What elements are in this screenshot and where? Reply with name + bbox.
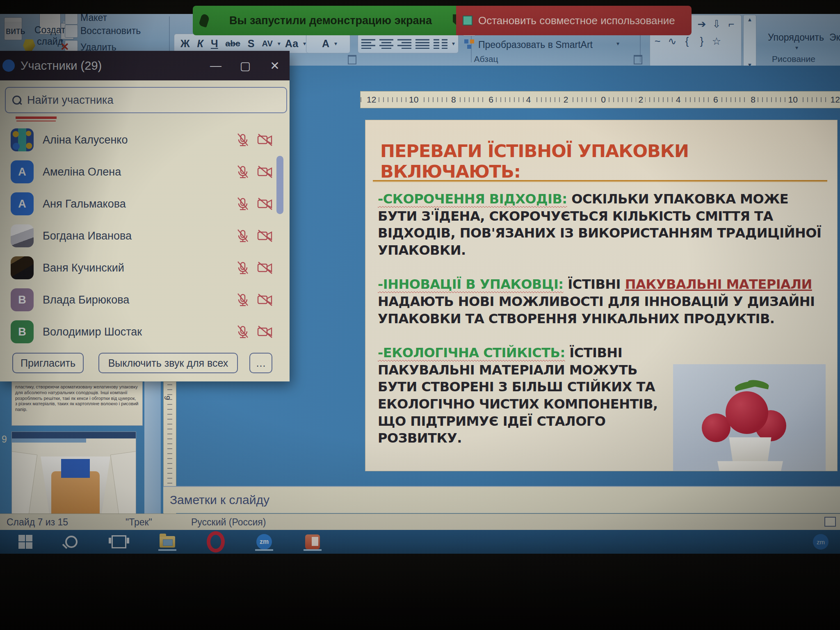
search-icon [65,536,78,548]
mic-muted-icon[interactable] [235,196,250,211]
participants-title-bar[interactable]: Участники (29) — ▢ ✕ [0,51,290,80]
language-indicator[interactable]: Русский (Россия) [191,517,266,528]
zoom-app-badge-icon [2,59,15,72]
more-options-button[interactable]: … [249,353,272,373]
participant-row[interactable]: В Влада Бирюкова [0,284,290,316]
mic-muted-icon[interactable] [235,132,250,147]
invite-button[interactable]: Пригласить [12,353,84,373]
camera-off-icon[interactable] [257,292,273,307]
zoom-participants-panel: Участники (29) — ▢ ✕ Найти участника Алі… [0,51,290,381]
participant-row[interactable]: Ваня Кучинский [0,252,290,284]
shape-glyph-icon[interactable]: ~ [655,35,661,47]
character-spacing-caret-icon[interactable]: ▾ [278,40,281,47]
shapes-scroll-up-icon[interactable]: ▲ [747,16,753,23]
paragraph-dialog-launcher-icon[interactable] [634,55,642,64]
quick-styles-icon[interactable] [774,16,797,30]
avatar: В [11,320,34,343]
paste-button-label[interactable]: вить [6,25,25,37]
smartart-icon[interactable] [464,39,475,49]
mic-muted-icon[interactable] [235,292,250,307]
file-explorer-button[interactable] [158,533,176,551]
stop-share-label: Остановить совместное использование [478,14,675,27]
taskbar-search-button[interactable] [62,533,80,551]
packaging-materials-link[interactable]: ПАКУВАЛЬНІ МАТЕРІАЛИ [625,276,812,292]
italic-button[interactable]: К [194,37,206,50]
font-color-button[interactable]: А [319,37,332,50]
align-left-button[interactable] [361,38,375,49]
bold-button[interactable]: Ж [178,37,193,50]
mic-muted-icon[interactable] [235,228,250,243]
shape-glyph-icon[interactable]: } [700,35,703,47]
shape-glyph-icon[interactable]: ⇩ [712,18,721,30]
avatar: В [11,288,34,311]
camera-off-icon[interactable] [257,324,273,339]
shape-glyph-icon[interactable]: ⌐ [728,18,735,30]
participant-row[interactable]: В Володимир Шостак [0,316,290,348]
strawberry-dessert-image [673,364,826,471]
participant-row[interactable]: Аліна Калусенко [0,124,290,156]
mute-all-button[interactable]: Выключить звук для всех [98,353,238,373]
participant-row[interactable]: А Амеліна Олена [0,156,290,188]
mic-muted-icon[interactable] [235,164,250,179]
avatar [11,256,34,279]
align-center-button[interactable] [379,38,393,49]
font-dialog-launcher-icon[interactable] [348,55,356,64]
stop-share-icon [463,16,472,25]
task-view-button[interactable] [110,533,128,551]
laptop-screen-photo: вить Создать слайд ▾ Макет Восстановить … [0,0,840,630]
maximize-button[interactable]: ▢ [231,59,260,73]
strikethrough-button[interactable]: abc [223,38,243,49]
slide-body-text[interactable]: -СКОРОЧЕННЯ ВІДХОДІВ: ОСКІЛЬКИ УПАКОВКА … [378,191,826,471]
shape-glyph-icon[interactable]: ☆ [712,35,721,47]
stop-share-button[interactable]: Остановить совместное использование [456,6,692,35]
shape-glyph-icon[interactable]: ∿ [668,35,677,47]
slide-title-divider [373,180,827,181]
bullet-lead-green: -СКОРОЧЕННЯ ВІДХОДІВ: [378,191,567,207]
view-mode-icon[interactable] [824,517,836,527]
start-button[interactable] [16,533,34,551]
camera-off-icon[interactable] [257,260,273,275]
underline-button[interactable]: Ч [208,37,221,50]
slide-8-thumbnail[interactable]: пластику, створюючи ароматизовану желати… [11,381,143,426]
character-spacing-button[interactable]: AV [259,38,275,49]
columns-caret-icon[interactable]: ▾ [452,40,455,47]
powerpoint-app-button[interactable] [304,533,322,551]
mic-muted-icon[interactable] [235,324,250,339]
justify-button[interactable] [415,38,429,49]
slide-notes-field[interactable]: Заметки к слайду [163,486,840,513]
smartart-caret-icon[interactable]: ▾ [616,40,619,47]
camera-off-icon[interactable] [257,164,273,179]
smartart-label[interactable]: Преобразовать в SmartArt [478,39,593,50]
zoom-tray-icon[interactable]: zm [813,534,829,550]
zoom-app-button[interactable]: zm [255,533,273,551]
express-styles-label[interactable]: Экспресс- [829,32,840,43]
shape-glyph-icon[interactable]: { [685,35,689,47]
change-case-button[interactable]: Аа [282,37,301,50]
new-slide-label-2[interactable]: слайд [37,36,63,47]
align-right-button[interactable] [397,38,411,49]
camera-off-icon[interactable] [257,196,273,211]
minimize-button[interactable]: — [201,59,231,72]
close-button[interactable]: ✕ [260,59,290,73]
camera-off-icon[interactable] [257,228,273,243]
camera-off-icon[interactable] [257,132,273,147]
participant-search-input[interactable]: Найти участника [5,87,287,113]
font-color-caret-icon[interactable]: ▾ [334,40,337,47]
arrange-label[interactable]: Упорядочить [768,32,824,43]
participants-scrollbar[interactable] [276,156,283,214]
opera-browser-button[interactable] [207,533,225,551]
zoom-icon: zm [256,534,272,550]
slide-title[interactable]: ПЕРЕВАГИ ЇСТІВНОЇ УПАКОВКИ ВКЛЮЧАЮТЬ: [380,141,823,182]
shape-glyph-icon[interactable]: ➔ [698,18,706,30]
participant-row[interactable]: А Аня Гальмакова [0,188,290,220]
search-icon [12,96,21,105]
arrange-caret-icon[interactable]: ▾ [795,44,798,51]
screen-share-banner: Вы запустили демонстрацию экрана [193,6,471,35]
shadow-button[interactable]: S [245,37,258,50]
reset-button-label[interactable]: Восстановить [80,25,141,37]
columns-button[interactable] [434,38,447,49]
participant-row[interactable]: Богдана Иванова [0,220,290,252]
reset-icon[interactable] [65,25,78,38]
slide-canvas[interactable]: ПЕРЕВАГИ ЇСТІВНОЇ УПАКОВКИ ВКЛЮЧАЮТЬ: -С… [365,120,838,471]
mic-muted-icon[interactable] [235,260,250,275]
